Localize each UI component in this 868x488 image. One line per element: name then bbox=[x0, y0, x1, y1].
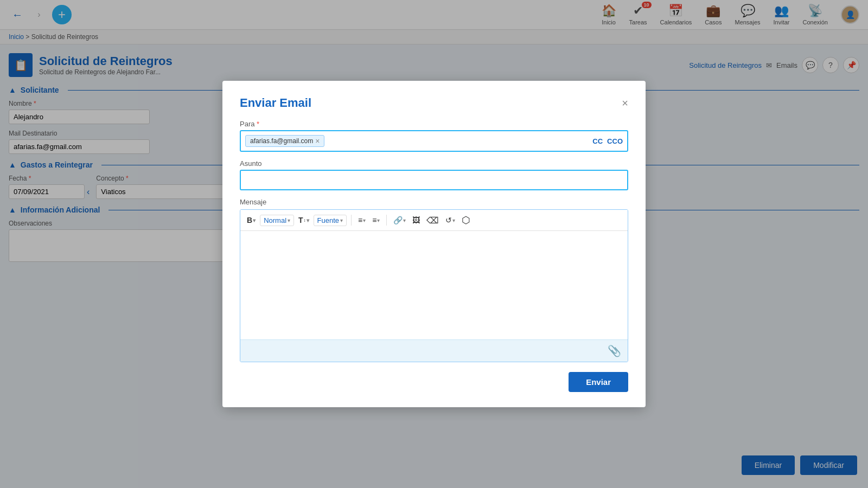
mensaje-label: Mensaje bbox=[240, 198, 628, 206]
textsize-icon: T bbox=[298, 216, 303, 224]
bold-icon: B bbox=[247, 216, 252, 224]
asunto-label: Asunto bbox=[240, 159, 628, 168]
style-value: Normal bbox=[264, 216, 286, 224]
textsize-chevron: ▾ bbox=[307, 217, 309, 223]
recipient-email: afarias.fa@gmail.com bbox=[250, 137, 313, 145]
modal-close-button[interactable]: × bbox=[622, 98, 628, 108]
message-editor: B ▾ Normal ▾ T ↕ ▾ Fuente ▾ bbox=[240, 209, 628, 362]
image-icon: 🖼 bbox=[412, 216, 420, 224]
to-field-actions: CC CCO bbox=[592, 137, 623, 145]
asunto-field-group: Asunto bbox=[240, 159, 628, 198]
align-chevron: ▾ bbox=[377, 217, 380, 223]
style-dropdown[interactable]: Normal ▾ bbox=[260, 215, 294, 226]
cc-button[interactable]: CC bbox=[592, 137, 603, 145]
modal-footer: Enviar bbox=[240, 372, 628, 392]
font-chevron: ▾ bbox=[340, 217, 343, 223]
font-value: Fuente bbox=[317, 216, 339, 224]
textsize-button[interactable]: T ↕ ▾ bbox=[296, 215, 311, 226]
font-dropdown[interactable]: Fuente ▾ bbox=[314, 215, 347, 226]
asunto-input[interactable] bbox=[240, 170, 628, 190]
divider-1 bbox=[351, 215, 352, 226]
editor-body[interactable] bbox=[240, 231, 628, 339]
modal-title: Enviar Email bbox=[240, 96, 311, 110]
list-chevron: ▾ bbox=[363, 217, 366, 223]
bold-dropdown-icon: ▾ bbox=[253, 217, 256, 223]
align-button[interactable]: ≡ ▾ bbox=[370, 215, 382, 226]
link-button[interactable]: 🔗 ▾ bbox=[391, 215, 408, 226]
clear-format-icon: ⌫ bbox=[426, 215, 439, 226]
align-icon: ≡ bbox=[372, 216, 376, 224]
image-button[interactable]: 🖼 bbox=[410, 215, 422, 226]
link-icon: 🔗 bbox=[393, 216, 403, 224]
editor-toolbar: B ▾ Normal ▾ T ↕ ▾ Fuente ▾ bbox=[240, 210, 628, 231]
mensaje-field-group: Mensaje B ▾ Normal ▾ T ↕ ▾ bbox=[240, 198, 628, 362]
undo-chevron: ▾ bbox=[452, 217, 455, 223]
style-chevron: ▾ bbox=[288, 217, 290, 223]
more-button[interactable]: ⬡ bbox=[459, 213, 473, 227]
link-chevron: ▾ bbox=[403, 217, 406, 223]
editor-footer: 📎 bbox=[240, 339, 628, 362]
list-icon: ≡ bbox=[358, 216, 362, 224]
to-field[interactable]: afarias.fa@gmail.com × CC CCO bbox=[240, 130, 628, 152]
enviar-button[interactable]: Enviar bbox=[569, 372, 628, 392]
clear-format-button[interactable]: ⌫ bbox=[424, 214, 441, 227]
undo-button[interactable]: ↺ ▾ bbox=[443, 215, 457, 226]
modal-header: Enviar Email × bbox=[240, 96, 628, 110]
list-button[interactable]: ≡ ▾ bbox=[356, 215, 368, 226]
email-tag-recipient: afarias.fa@gmail.com × bbox=[245, 135, 324, 147]
para-label: Para * bbox=[240, 120, 628, 128]
attach-button[interactable]: 📎 bbox=[608, 344, 621, 357]
email-modal: Enviar Email × Para * afarias.fa@gmail.c… bbox=[222, 81, 646, 407]
undo-icon: ↺ bbox=[445, 216, 452, 224]
para-field-group: Para * afarias.fa@gmail.com × CC CCO bbox=[240, 120, 628, 152]
bold-button[interactable]: B ▾ bbox=[245, 215, 258, 226]
cco-button[interactable]: CCO bbox=[607, 137, 623, 145]
email-tag-remove[interactable]: × bbox=[315, 137, 320, 145]
more-icon: ⬡ bbox=[462, 214, 470, 226]
divider-2 bbox=[386, 215, 387, 226]
